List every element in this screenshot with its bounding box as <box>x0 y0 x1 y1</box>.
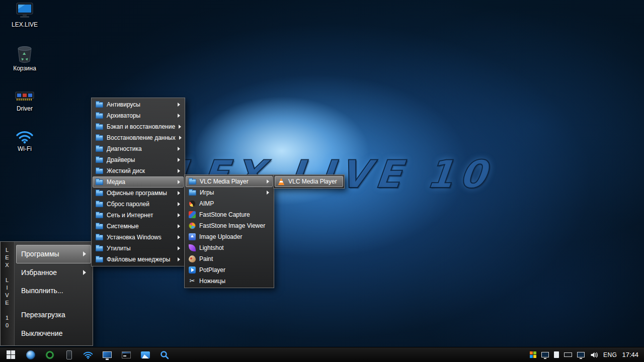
start-menu-item-restart[interactable]: Перезагрузка <box>16 306 91 324</box>
menu-item-label: Установка Windows <box>107 234 162 241</box>
submenu-arrow-icon <box>178 169 180 173</box>
menu-item-label: Paint <box>199 255 213 262</box>
menu-item-label: VLC Media Player <box>200 178 249 185</box>
menu-item-label: Программы <box>21 250 59 258</box>
menu-item-faststone-capture[interactable]: FastStone Capture <box>186 209 273 220</box>
faststone-viewer-icon <box>189 222 196 229</box>
submenu-arrow-icon <box>178 235 180 239</box>
menu-item-password-reset[interactable]: Сброс паролей <box>93 199 184 210</box>
menu-item-utilities[interactable]: Утилиты <box>93 243 184 254</box>
phone-device-icon[interactable] <box>63 348 75 361</box>
menu-item-file-managers[interactable]: Файловые менеджеры <box>93 254 184 265</box>
windows-logo-icon <box>7 350 15 359</box>
start-menu: LEX LIVE 10 Программы Избранное Выполнит… <box>0 241 93 346</box>
paint-icon <box>189 255 196 262</box>
menu-item-network-internet[interactable]: Сеть и Интернет <box>93 210 184 221</box>
start-menu-items: Программы Избранное Выполнить... Перезаг… <box>15 242 93 345</box>
menu-item-aimp[interactable]: AIMP <box>186 198 273 209</box>
menu-item-data-recovery[interactable]: Восстановление данных <box>93 132 184 143</box>
desktop-icon-wifi[interactable]: Wi-Fi <box>5 130 44 152</box>
menu-item-backup[interactable]: Бэкап и восстановление <box>93 121 184 132</box>
display-icon[interactable] <box>101 348 113 361</box>
folder-icon <box>96 157 103 163</box>
menu-item-diagnostics[interactable]: Диагностика <box>93 143 184 154</box>
taskbar: ENG 17:44 <box>0 347 644 362</box>
menu-item-label: FastStone Capture <box>199 211 250 218</box>
volume-icon[interactable] <box>590 348 598 361</box>
menu-item-lightshot[interactable]: Lightshot <box>186 242 273 253</box>
image-uploader-icon <box>189 233 196 240</box>
menu-item-label: Выполнить... <box>21 287 63 295</box>
display-2-icon[interactable] <box>577 348 585 361</box>
menu-item-vlc-app[interactable]: VLC Media Player <box>275 176 343 187</box>
menu-item-drivers[interactable]: Драйверы <box>93 154 184 165</box>
submenu-arrow-icon <box>178 180 180 184</box>
folder-icon <box>96 124 103 130</box>
submenu-arrow-icon <box>83 251 86 256</box>
menu-item-label: Драйверы <box>107 156 135 163</box>
search-icon[interactable] <box>158 348 171 361</box>
hardware-colors-icon[interactable] <box>530 348 536 361</box>
menu-item-label: Диагностика <box>107 145 142 152</box>
start-menu-item-programs[interactable]: Программы <box>16 245 91 263</box>
folder-icon <box>96 257 103 262</box>
start-menu-item-favorites[interactable]: Избранное <box>16 263 91 282</box>
menu-item-paint[interactable]: Paint <box>186 253 273 264</box>
folder-icon <box>96 191 103 196</box>
start-button[interactable] <box>0 347 21 362</box>
language-indicator[interactable]: ENG <box>603 351 617 358</box>
menu-item-label: FastStone Image Viewer <box>199 222 265 229</box>
vlc-cone-icon <box>278 178 285 185</box>
desktop-icon-lexlive[interactable]: LEX.LIVE <box>5 3 44 28</box>
folder-icon <box>96 135 103 141</box>
menu-item-hard-disk[interactable]: Жесткий диск <box>93 165 184 176</box>
desktop-icon-label: Wi-Fi <box>18 145 32 152</box>
menu-item-games[interactable]: Игры <box>186 187 273 198</box>
menu-item-archivers[interactable]: Архиваторы <box>93 110 184 121</box>
disc-icon[interactable] <box>44 348 56 361</box>
desktop-icon-driver[interactable]: Driver <box>5 88 44 112</box>
menu-item-system[interactable]: Системные <box>93 221 184 232</box>
menu-item-snipping-tool[interactable]: Ножницы <box>186 276 273 287</box>
menu-item-potplayer[interactable]: PotPlayer <box>186 264 273 276</box>
wifi-icon[interactable] <box>82 348 94 361</box>
photo-viewer-icon[interactable] <box>139 348 151 361</box>
menu-item-office[interactable]: Офисные программы <box>93 188 184 199</box>
menu-item-label: Бэкап и восстановление <box>107 123 175 130</box>
start-menu-item-run[interactable]: Выполнить... <box>16 282 91 300</box>
menu-item-antivirus[interactable]: Антивирусы <box>93 99 184 110</box>
folder-icon <box>96 213 103 218</box>
menu-item-faststone-viewer[interactable]: FastStone Image Viewer <box>186 220 273 231</box>
folder-icon <box>96 202 103 207</box>
desktop-icon-recycle-bin[interactable]: Корзина <box>5 45 44 72</box>
desktop-icon-label: LEX.LIVE <box>12 21 38 28</box>
submenu-arrow-icon <box>267 191 269 195</box>
menu-item-label: VLC Media Player <box>288 178 337 185</box>
folder-icon <box>96 235 103 240</box>
browser-globe-icon[interactable] <box>25 348 37 361</box>
folder-icon <box>96 224 103 229</box>
menu-item-label: Ножницы <box>199 278 225 285</box>
submenu-arrow-icon <box>178 246 180 250</box>
clock[interactable]: 17:44 <box>622 351 638 358</box>
menu-item-image-uploader[interactable]: Image Uploader <box>186 231 273 242</box>
cmd-icon[interactable] <box>120 348 132 361</box>
menu-item-windows-setup[interactable]: Установка Windows <box>93 232 184 243</box>
menu-item-label: Lightshot <box>199 244 224 251</box>
document-icon[interactable] <box>554 348 559 361</box>
lightshot-icon <box>189 244 196 251</box>
menu-item-label: Офисные программы <box>107 190 167 197</box>
aimp-icon <box>189 200 196 207</box>
menu-item-label: Сеть и Интернет <box>107 212 153 219</box>
menu-item-media[interactable]: Медиа <box>93 176 184 188</box>
submenu-arrow-icon <box>178 191 180 195</box>
display-icon[interactable] <box>541 348 549 361</box>
submenu-arrow-icon <box>179 136 182 140</box>
menu-item-vlc-folder[interactable]: VLC Media Player <box>186 176 273 187</box>
menu-item-label: Image Uploader <box>199 233 242 240</box>
wifi-icon <box>16 130 34 144</box>
start-menu-side-text: LEX LIVE 10 <box>4 247 10 330</box>
screen: LEX LIVE 10 LEX.LIVE Корзина <box>0 0 644 362</box>
start-menu-item-shutdown[interactable]: Выключение <box>16 324 91 343</box>
keyboard-icon[interactable] <box>564 348 572 361</box>
